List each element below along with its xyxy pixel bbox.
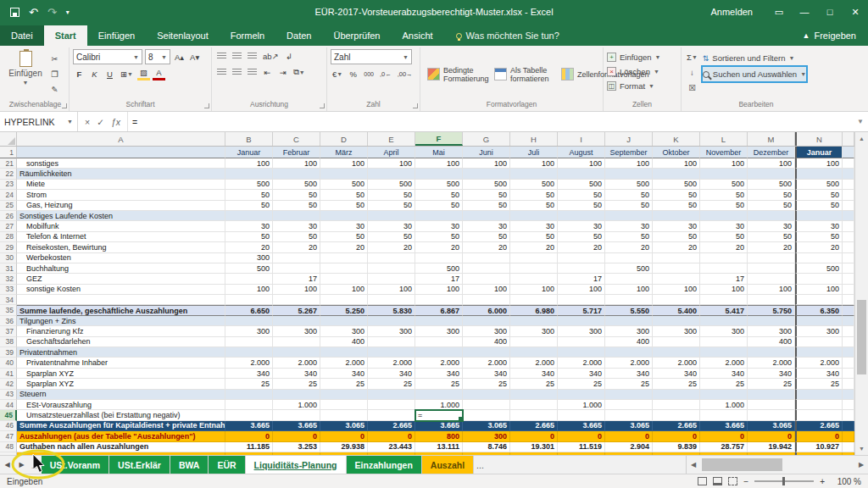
cell[interactable]: 100 <box>415 158 463 169</box>
align-middle-icon[interactable] <box>232 53 242 60</box>
cell[interactable]: 500 <box>605 180 653 190</box>
cell[interactable] <box>320 274 368 284</box>
cell[interactable] <box>463 316 510 326</box>
column-header[interactable]: J <box>605 132 653 146</box>
cell[interactable]: 25 <box>463 379 510 389</box>
cell[interactable]: 500 <box>653 180 700 190</box>
cell[interactable]: 20 <box>700 242 748 252</box>
cell[interactable]: 100 <box>605 285 653 295</box>
month-header-cell[interactable]: März <box>320 147 368 158</box>
cell[interactable] <box>320 263 368 274</box>
cell[interactable] <box>273 390 320 400</box>
decrease-indent-icon[interactable]: ⇤ <box>261 65 274 79</box>
row-label-cell[interactable]: GEZ <box>17 274 225 284</box>
cell[interactable] <box>320 169 368 179</box>
cell[interactable] <box>368 274 415 284</box>
cell[interactable]: 30 <box>795 221 843 231</box>
cell[interactable]: 100 <box>795 285 843 295</box>
cell[interactable] <box>748 452 795 455</box>
cell[interactable] <box>748 211 795 221</box>
row-header[interactable]: 45 <box>0 410 17 420</box>
cell[interactable]: 340 <box>463 369 510 379</box>
cell[interactable] <box>605 316 653 326</box>
row-label-cell[interactable]: Räumlichkeiten <box>17 169 225 179</box>
row-header[interactable]: 38 <box>0 337 17 347</box>
cell[interactable]: 340 <box>415 369 463 379</box>
cell[interactable] <box>225 410 273 420</box>
cell[interactable] <box>700 347 748 358</box>
row-label-cell[interactable]: Privatentnahmen <box>17 347 225 358</box>
cell[interactable]: 3.665 <box>415 421 463 431</box>
cell[interactable] <box>653 410 700 420</box>
cell[interactable]: 25 <box>273 379 320 389</box>
cell[interactable]: 3.065 <box>605 421 653 431</box>
row-label-cell[interactable]: Buchhaltung <box>17 263 225 274</box>
cell[interactable]: 100 <box>653 285 700 295</box>
cell[interactable] <box>415 390 463 400</box>
cell[interactable] <box>368 452 415 455</box>
autosum-icon[interactable]: Σ▼ <box>685 50 699 64</box>
cell[interactable] <box>510 347 558 358</box>
cell[interactable] <box>510 337 558 347</box>
cell[interactable]: 340 <box>605 369 653 379</box>
cell[interactable] <box>605 211 653 221</box>
cell[interactable]: 50 <box>605 190 653 200</box>
cell[interactable]: 340 <box>653 369 700 379</box>
cell[interactable]: 100 <box>558 285 605 295</box>
column-header[interactable]: F <box>415 132 463 146</box>
cell[interactable]: 0 <box>320 431 368 441</box>
find-select-button[interactable]: Suchen und Auswählen ▼ <box>703 67 806 81</box>
merge-center-icon[interactable]: ⧉▼ <box>292 65 307 79</box>
cell[interactable] <box>795 410 843 420</box>
cell[interactable]: 5.550 <box>605 305 653 315</box>
cell[interactable]: 50 <box>795 232 843 242</box>
cell[interactable] <box>605 347 653 358</box>
cell[interactable] <box>700 452 748 455</box>
cell[interactable]: 19.942 <box>748 442 795 452</box>
cell[interactable] <box>795 211 843 221</box>
cell[interactable]: 340 <box>700 369 748 379</box>
sheet-tab-eür[interactable]: EÜR <box>209 456 245 474</box>
cell[interactable]: 0 <box>510 431 558 441</box>
cell[interactable]: 20 <box>748 242 795 252</box>
row-label-cell[interactable]: Sonstiges Laufende Kosten <box>17 211 225 221</box>
cell[interactable] <box>748 400 795 410</box>
name-box[interactable]: HYPERLINK ▼ <box>0 112 78 131</box>
cell[interactable]: 50 <box>653 190 700 200</box>
cell[interactable]: 2.665 <box>653 421 700 431</box>
cell[interactable]: 400 <box>748 337 795 347</box>
cell[interactable]: 50 <box>510 201 558 211</box>
column-header[interactable]: B <box>225 132 273 146</box>
cell[interactable]: 50 <box>320 201 368 211</box>
cell[interactable] <box>653 337 700 347</box>
cell[interactable] <box>795 253 843 263</box>
row-label-cell[interactable]: sonstige Kosten <box>17 285 225 295</box>
cell[interactable]: 0 <box>605 431 653 441</box>
cell[interactable] <box>225 400 273 410</box>
cell[interactable]: 1.000 <box>273 400 320 410</box>
qat-customize-icon[interactable]: ▾ <box>66 7 70 18</box>
cell[interactable] <box>320 452 368 455</box>
cell[interactable]: 25 <box>700 379 748 389</box>
cell[interactable]: 100 <box>320 158 368 169</box>
save-icon[interactable] <box>10 8 19 17</box>
cell[interactable]: 500 <box>415 180 463 190</box>
cell[interactable]: 6.650 <box>225 305 273 315</box>
cell[interactable]: 0 <box>368 431 415 441</box>
font-size-select[interactable]: 8 ▼ <box>145 49 170 64</box>
cell[interactable]: 340 <box>558 369 605 379</box>
cell[interactable] <box>558 452 605 455</box>
cell[interactable] <box>415 316 463 326</box>
row-label-cell[interactable]: Werbekosten <box>17 253 225 263</box>
cell[interactable]: 25 <box>368 379 415 389</box>
cut-icon[interactable]: ✂ <box>48 52 61 65</box>
cell[interactable] <box>653 295 700 305</box>
cell[interactable]: 17 <box>558 274 605 284</box>
cell[interactable] <box>700 295 748 305</box>
cell[interactable]: 11.185 <box>225 442 273 452</box>
cell[interactable] <box>510 316 558 326</box>
cell[interactable] <box>605 295 653 305</box>
cell[interactable] <box>510 169 558 179</box>
cell[interactable] <box>700 390 748 400</box>
cell[interactable]: 100 <box>558 158 605 169</box>
